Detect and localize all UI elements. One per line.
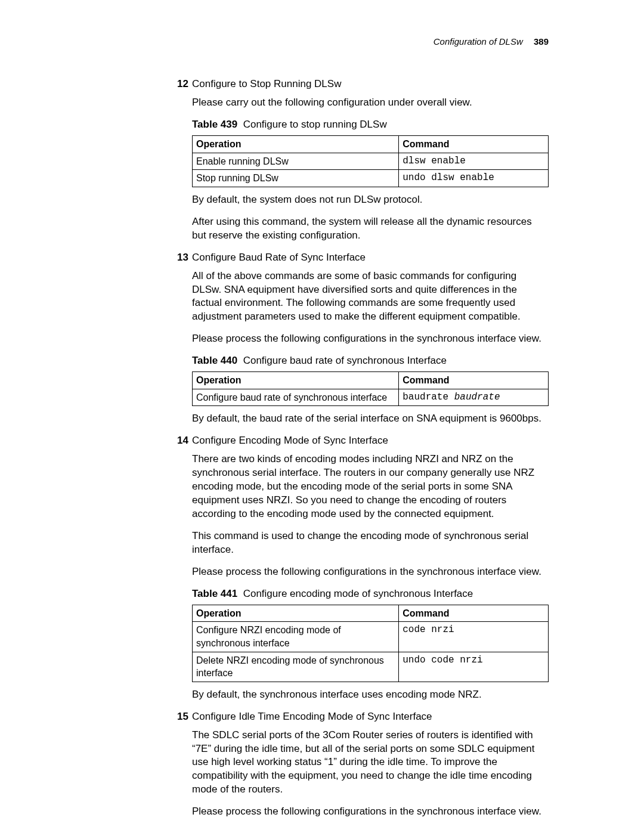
table-row: Configure baud rate of synchronous inter… (193, 389, 549, 406)
paragraph: By default, the system does not run DLSw… (192, 193, 549, 207)
paragraph: Please process the following configurati… (192, 805, 549, 819)
table-caption-text: Configure to stop running DLSw (243, 119, 387, 130)
step-title: Configure Baud Rate of Sync Interface (192, 251, 549, 265)
paragraph: Please carry out the following configura… (192, 96, 549, 110)
th-command: Command (399, 136, 549, 153)
step-number: 14 (167, 434, 192, 448)
table-row: Configure NRZI encoding mode of synchron… (193, 622, 549, 652)
th-command: Command (399, 372, 549, 389)
table-caption-text: Configure encoding mode of synchronous I… (243, 588, 473, 599)
table-440: Operation Command Configure baud rate of… (192, 371, 549, 406)
th-operation: Operation (193, 136, 399, 153)
table-441: Operation Command Configure NRZI encodin… (192, 605, 549, 682)
page-header: Configuration of DLSw 389 (167, 36, 549, 48)
cell-operation: Stop running DLSw (193, 170, 399, 187)
step-title: Configure Idle Time Encoding Mode of Syn… (192, 710, 549, 724)
paragraph: By default, the baud rate of the serial … (192, 412, 549, 426)
cell-operation: Configure NRZI encoding mode of synchron… (193, 622, 399, 652)
paragraph: Please process the following configurati… (192, 332, 549, 346)
paragraph: By default, the synchronous interface us… (192, 688, 549, 702)
th-operation: Operation (193, 605, 399, 622)
paragraph: Please process the following configurati… (192, 565, 549, 579)
table-caption-text: Configure baud rate of synchronous Inter… (243, 355, 447, 366)
step-15-body: The SDLC serial ports of the 3Com Router… (192, 729, 549, 819)
step-number: 13 (167, 251, 192, 265)
cell-command: code nrzi (399, 622, 549, 652)
paragraph: The SDLC serial ports of the 3Com Router… (192, 729, 549, 797)
step-number: 12 (167, 78, 192, 91)
cell-operation: Enable running DLSw (193, 153, 399, 170)
cell-command: undo code nrzi (399, 652, 549, 682)
paragraph: This command is used to change the encod… (192, 529, 549, 557)
paragraph: There are two kinds of encoding modes in… (192, 453, 549, 521)
step-12-body: Please carry out the following configura… (192, 96, 549, 242)
paragraph: After using this command, the system wil… (192, 215, 549, 243)
step-number: 15 (167, 710, 192, 724)
th-command: Command (399, 605, 549, 622)
table-label: Table 439 (192, 119, 237, 130)
table-caption: Table 441 Configure encoding mode of syn… (192, 587, 549, 601)
step-15: 15 Configure Idle Time Encoding Mode of … (167, 710, 549, 724)
step-title: Configure to Stop Running DLSw (192, 78, 549, 91)
step-14-body: There are two kinds of encoding modes in… (192, 453, 549, 701)
paragraph: All of the above commands are some of ba… (192, 270, 549, 324)
table-header-row: Operation Command (193, 136, 549, 153)
step-title: Configure Encoding Mode of Sync Interfac… (192, 434, 549, 448)
table-label: Table 441 (192, 588, 237, 599)
table-label: Table 440 (192, 355, 237, 366)
header-title: Configuration of DLSw (434, 36, 523, 47)
table-header-row: Operation Command (193, 605, 549, 622)
table-row: Enable running DLSw dlsw enable (193, 153, 549, 170)
step-13-body: All of the above commands are some of ba… (192, 270, 549, 426)
table-caption: Table 440 Configure baud rate of synchro… (192, 354, 549, 368)
cell-command: undo dlsw enable (399, 170, 549, 187)
page-number: 389 (534, 36, 549, 47)
cell-operation: Configure baud rate of synchronous inter… (193, 389, 399, 406)
step-13: 13 Configure Baud Rate of Sync Interface (167, 251, 549, 265)
table-row: Stop running DLSw undo dlsw enable (193, 170, 549, 187)
step-12: 12 Configure to Stop Running DLSw (167, 78, 549, 91)
table-439: Operation Command Enable running DLSw dl… (192, 135, 549, 187)
th-operation: Operation (193, 372, 399, 389)
cell-command: baudrate baudrate (399, 389, 549, 406)
cell-command: dlsw enable (399, 153, 549, 170)
step-14: 14 Configure Encoding Mode of Sync Inter… (167, 434, 549, 448)
table-caption: Table 439 Configure to stop running DLSw (192, 118, 549, 132)
table-row: Delete NRZI encoding mode of synchronous… (193, 652, 549, 682)
table-header-row: Operation Command (193, 372, 549, 389)
cell-operation: Delete NRZI encoding mode of synchronous… (193, 652, 399, 682)
